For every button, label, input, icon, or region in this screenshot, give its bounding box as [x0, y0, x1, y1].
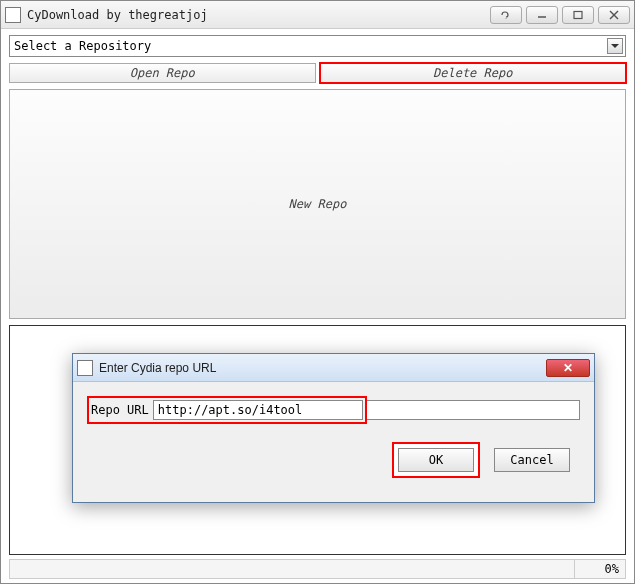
help-button[interactable]	[490, 6, 522, 24]
client-area: Select a Repository Open Repo Delete Rep…	[1, 29, 634, 583]
svg-rect-1	[574, 11, 582, 18]
dialog-app-icon	[77, 360, 93, 376]
open-repo-label: Open Repo	[130, 66, 195, 80]
ok-label: OK	[429, 453, 443, 467]
repo-url-highlight: Repo URL	[87, 396, 367, 424]
new-repo-label: New Repo	[289, 197, 347, 211]
window-controls	[490, 6, 630, 24]
repo-url-input-rest	[367, 400, 580, 420]
status-bar: 0%	[9, 559, 626, 579]
content-area: Enter Cydia repo URL ✕ Repo URL	[9, 325, 626, 555]
new-repo-button[interactable]: New Repo	[9, 89, 626, 319]
repo-select-text: Select a Repository	[14, 39, 151, 53]
dialog-titlebar: Enter Cydia repo URL ✕	[73, 354, 594, 382]
url-dialog: Enter Cydia repo URL ✕ Repo URL	[72, 353, 595, 503]
repo-url-row: Repo URL	[87, 396, 580, 424]
open-repo-button[interactable]: Open Repo	[9, 63, 316, 83]
maximize-button[interactable]	[562, 6, 594, 24]
dialog-title: Enter Cydia repo URL	[99, 361, 546, 375]
cancel-button[interactable]: Cancel	[494, 448, 570, 472]
status-cell-empty	[10, 560, 575, 578]
chevron-down-icon[interactable]	[607, 38, 623, 54]
maximize-icon	[572, 10, 584, 20]
window-title: CyDownload by thegreatjoj	[27, 8, 490, 22]
minimize-icon	[536, 10, 548, 20]
status-percent: 0%	[575, 560, 625, 578]
app-icon	[5, 7, 21, 23]
dialog-body: Repo URL OK Cancel	[73, 382, 594, 482]
repo-buttons-row: Open Repo Delete Repo	[9, 63, 626, 83]
delete-repo-label: Delete Repo	[433, 66, 512, 80]
cancel-label: Cancel	[510, 453, 553, 467]
close-icon: ✕	[563, 361, 573, 375]
titlebar: CyDownload by thegreatjoj	[1, 1, 634, 29]
main-window: CyDownload by thegreatjoj Select a Repos…	[0, 0, 635, 584]
delete-repo-button[interactable]: Delete Repo	[320, 63, 627, 83]
close-icon	[608, 10, 620, 20]
ok-button[interactable]: OK	[398, 448, 474, 472]
dialog-close-button[interactable]: ✕	[546, 359, 590, 377]
repo-select[interactable]: Select a Repository	[9, 35, 626, 57]
repo-url-input[interactable]	[153, 400, 363, 420]
help-icon	[500, 10, 512, 20]
close-button[interactable]	[598, 6, 630, 24]
dialog-button-row: OK Cancel	[87, 448, 580, 472]
repo-url-label: Repo URL	[91, 403, 149, 417]
minimize-button[interactable]	[526, 6, 558, 24]
